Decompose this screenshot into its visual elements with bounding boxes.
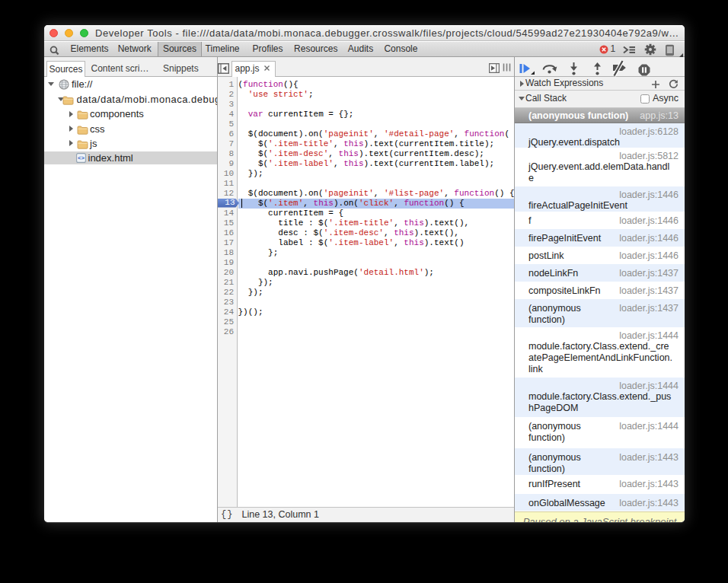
svg-text:<>: <> [78,155,85,161]
